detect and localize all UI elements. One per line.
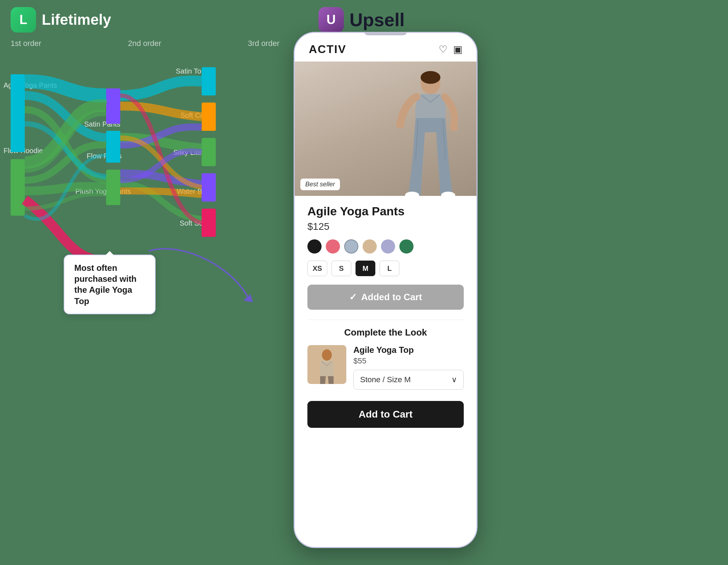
size-s-button[interactable]: S xyxy=(331,261,351,276)
added-to-cart-label: Added to Cart xyxy=(361,292,422,303)
order-label-2nd: 2nd order xyxy=(128,39,161,48)
size-m-button[interactable]: M xyxy=(356,261,375,276)
svg-rect-1 xyxy=(11,159,25,216)
svg-rect-0 xyxy=(11,74,25,152)
phone-topbar: ACTIV ♡ ▣ xyxy=(295,33,476,62)
checkmark-icon: ✓ xyxy=(349,292,357,303)
chevron-down-icon: ∨ xyxy=(451,375,457,384)
product-name: Agile Yoga Pants xyxy=(307,204,464,218)
add-to-cart-button[interactable]: Add to Cart xyxy=(307,401,464,428)
svg-point-19 xyxy=(322,349,332,361)
phone-notch xyxy=(364,32,407,35)
lifetimely-brand-name: Lifetimely xyxy=(42,11,111,28)
svg-rect-6 xyxy=(202,103,216,131)
variant-label: Stone / Size M xyxy=(360,375,411,384)
lifetimely-header: L Lifetimely xyxy=(11,7,111,33)
upsell-product-name: Agile Yoga Top xyxy=(353,345,464,355)
color-swatch-black[interactable] xyxy=(307,239,322,254)
svg-point-13 xyxy=(421,71,440,84)
color-swatch-pink[interactable] xyxy=(326,239,340,254)
upsell-product: Agile Yoga Top $55 Stone / Size M ∨ xyxy=(307,345,464,390)
variant-selector[interactable]: Stone / Size M ∨ xyxy=(353,370,464,390)
color-swatches xyxy=(307,239,464,254)
upsell-logo-icon: U xyxy=(318,7,344,33)
upsell-product-info: Agile Yoga Top $55 Stone / Size M ∨ xyxy=(353,345,464,390)
bag-icon[interactable]: ▣ xyxy=(453,43,462,55)
svg-rect-8 xyxy=(202,173,216,202)
upsell-product-image xyxy=(307,345,346,384)
size-xs-button[interactable]: XS xyxy=(307,261,327,276)
color-swatch-beige[interactable] xyxy=(363,239,377,254)
complete-look-section: Complete the Look xyxy=(307,320,464,428)
complete-look-title: Complete the Look xyxy=(307,327,464,338)
tooltip-arrow xyxy=(120,240,255,311)
svg-rect-3 xyxy=(106,131,120,163)
lifetimely-logo-icon: L xyxy=(11,7,36,33)
svg-rect-4 xyxy=(106,170,120,205)
svg-rect-9 xyxy=(202,209,216,237)
order-labels: 1st order 2nd order 3rd order xyxy=(11,39,279,48)
heart-icon[interactable]: ♡ xyxy=(439,43,447,55)
size-buttons: XS S M L xyxy=(307,261,464,276)
upsell-product-svg xyxy=(307,345,346,384)
svg-rect-2 xyxy=(106,88,120,124)
athlete-illustration xyxy=(363,69,462,196)
order-label-3rd: 3rd order xyxy=(248,39,279,48)
svg-rect-7 xyxy=(202,138,216,166)
svg-marker-11 xyxy=(243,294,253,302)
phone-mockup: ACTIV ♡ ▣ xyxy=(294,32,478,548)
order-label-1st: 1st order xyxy=(11,39,41,48)
upsell-title: Upsell xyxy=(349,9,405,30)
best-seller-badge: Best seller xyxy=(300,179,340,190)
shop-brand-name: ACTIV xyxy=(309,43,346,56)
upsell-header: U Upsell xyxy=(318,7,405,33)
svg-point-15 xyxy=(450,125,458,131)
size-l-button[interactable]: L xyxy=(380,261,399,276)
color-swatch-green[interactable] xyxy=(399,239,414,254)
product-image-container: Best seller xyxy=(295,62,476,196)
upsell-product-price: $55 xyxy=(353,356,464,366)
color-swatch-blue-gray[interactable] xyxy=(344,239,358,254)
color-swatch-lavender[interactable] xyxy=(381,239,395,254)
topbar-icons: ♡ ▣ xyxy=(439,43,462,55)
svg-rect-5 xyxy=(202,67,216,95)
product-price: $125 xyxy=(307,221,464,232)
svg-point-14 xyxy=(396,122,404,129)
added-to-cart-button[interactable]: ✓ Added to Cart xyxy=(307,285,464,310)
phone-frame: ACTIV ♡ ▣ xyxy=(294,32,478,548)
product-info: Agile Yoga Pants $125 XS S M L ✓ xyxy=(295,196,476,547)
